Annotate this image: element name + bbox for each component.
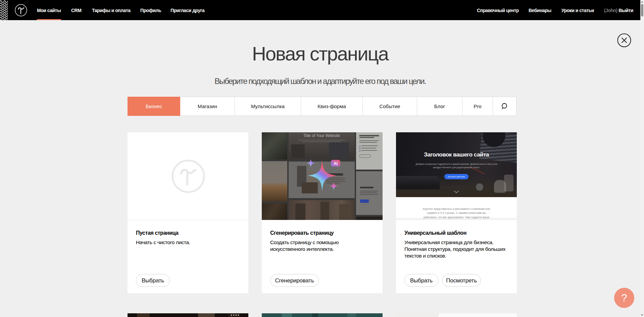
svg-text:AI: AI: [334, 161, 338, 166]
